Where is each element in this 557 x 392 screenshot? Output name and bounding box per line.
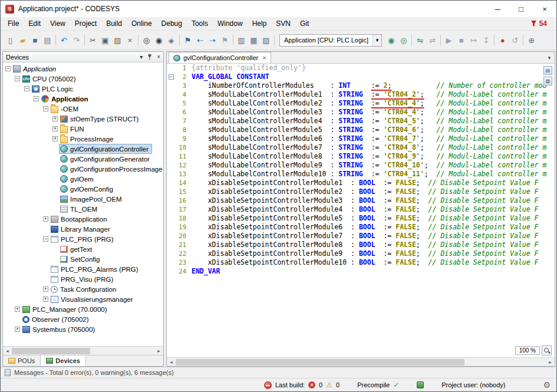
prev-bookmark-icon[interactable]: ⇠ — [194, 34, 206, 47]
expand-icon[interactable]: + — [52, 126, 58, 131]
fold-collapse-icon[interactable]: − — [167, 74, 175, 80]
cut-icon[interactable]: ✂ — [87, 34, 99, 47]
step-into-icon[interactable]: ↧ — [480, 34, 492, 47]
expand-icon[interactable]: + — [15, 307, 20, 312]
tree-item-fun[interactable]: +FUN — [3, 124, 163, 134]
code-line[interactable]: 11 sModulLabelControllerModule8 : STRING… — [167, 152, 555, 161]
tree-item-tl-oem[interactable]: TL_OEM — [3, 204, 163, 214]
tree-item-gvlconfigurationprocessimage[interactable]: gvlConfigurationProcessImage — [3, 164, 163, 174]
pin-icon[interactable] — [147, 54, 152, 60]
code-line[interactable]: 8 sModulLabelControllerModule5 : STRING … — [167, 126, 555, 134]
maximize-button[interactable]: □ — [509, 1, 533, 17]
collapse-icon[interactable]: − — [43, 106, 48, 111]
code-line[interactable]: −2VAR_GLOBAL CONSTANT — [167, 73, 555, 81]
cross-reference-icon[interactable]: ▦ — [248, 34, 260, 47]
scrollbar-thumb[interactable] — [176, 359, 464, 365]
expand-icon[interactable]: + — [43, 216, 48, 222]
code-line[interactable]: 24END_VAR — [167, 267, 555, 276]
scrollbar-thumb[interactable] — [12, 348, 90, 354]
tree-item-gvlconfigurationgenerator[interactable]: gvlConfigurationGenerator — [3, 154, 163, 164]
menu-window[interactable]: Window — [213, 18, 248, 29]
editor-tab-gvlconfigurationcontroller[interactable]: gvlConfigurationController × — [169, 52, 271, 63]
code-line[interactable]: 22 xDisableSetpointControllerModule9 : B… — [167, 249, 555, 258]
panel-menu-chevron-icon[interactable]: ▾ — [140, 54, 143, 60]
menu-debug[interactable]: Debug — [157, 18, 187, 29]
tree-item-plc-prg-alarms-prg[interactable]: PLC_PRG_Alarms (PRG) — [3, 264, 163, 274]
tree-item-gvloemconfig[interactable]: gvlOemConfig — [3, 184, 163, 194]
undo-icon[interactable]: ↶ — [58, 34, 70, 47]
tree-item-observer-705002[interactable]: Observer (705002) — [3, 314, 163, 324]
stop-icon[interactable]: ■ — [455, 34, 467, 47]
collapse-icon[interactable]: − — [24, 86, 29, 91]
tree-item-gettext[interactable]: getText — [3, 244, 163, 254]
logout-icon[interactable]: ⇌ — [426, 34, 439, 47]
code-line[interactable]: 23 xDisableSetpointControllerModule10 : … — [167, 258, 555, 267]
clear-bookmarks-icon[interactable]: ⚑ — [219, 34, 231, 47]
delete-icon[interactable]: × — [124, 34, 136, 47]
tabular-view-icon[interactable]: ▥ — [543, 77, 552, 85]
expand-icon[interactable]: + — [43, 286, 48, 292]
tree-item-task-configuration[interactable]: +Task Configuration — [3, 284, 163, 294]
code-line[interactable]: 3 iNumberOfControllerModules : INT := 2;… — [167, 81, 555, 90]
tree-item-library-manager[interactable]: Library Manager — [3, 224, 163, 234]
menu-view[interactable]: View — [45, 18, 70, 29]
compile-icon[interactable]: ◉ — [385, 34, 397, 47]
open-project-icon[interactable]: ▰ — [17, 34, 29, 47]
expand-icon[interactable]: + — [15, 327, 20, 332]
menu-svn[interactable]: SVN — [271, 18, 295, 29]
menu-edit[interactable]: Edit — [24, 18, 45, 29]
tree-item-gvlconfigurationcontroller[interactable]: gvlConfigurationController — [3, 144, 163, 154]
code-line[interactable]: 17 xDisableSetpointControllerModule4 : B… — [167, 205, 555, 214]
panel-tab-pous[interactable]: POUs — [3, 355, 41, 366]
menu-help[interactable]: Help — [248, 18, 272, 29]
editor-horizontal-scrollbar[interactable]: ◄ ► — [167, 357, 555, 366]
breakpoint-icon[interactable]: ● — [496, 34, 509, 47]
tree-item-cpu-705002[interactable]: −CPU (705002) — [3, 74, 163, 84]
menu-git[interactable]: Git — [295, 18, 314, 29]
redo-icon[interactable]: ↷ — [70, 34, 83, 47]
tree-item-application[interactable]: −Application — [3, 94, 163, 104]
code-line[interactable]: 13 sModulLabelControllerModule10 : STRIN… — [167, 170, 555, 179]
menu-tools[interactable]: Tools — [187, 18, 213, 29]
expand-icon[interactable]: + — [52, 116, 58, 121]
devices-horizontal-scrollbar[interactable]: ◄ ► — [3, 346, 163, 355]
code-line[interactable]: 12 sModulLabelControllerModule9 : STRING… — [167, 161, 555, 170]
generate-code-icon[interactable]: ◎ — [397, 34, 410, 47]
collapse-icon[interactable]: − — [5, 66, 11, 71]
messages-bar[interactable]: Messages - Total 0 error(s), 0 warning(s… — [1, 367, 556, 378]
zoom-button[interactable] — [542, 345, 552, 355]
menu-build[interactable]: Build — [101, 18, 127, 29]
code-line[interactable]: 14 xDisableSetpointControllerModule1 : B… — [167, 179, 555, 187]
replace-icon[interactable]: ◉ — [153, 34, 165, 47]
chevron-down-icon[interactable]: ▼ — [373, 35, 381, 46]
scroll-right-icon[interactable]: ► — [546, 358, 555, 366]
scrollbar-track[interactable] — [12, 347, 154, 355]
insert-icon[interactable]: ⊕ — [525, 34, 538, 47]
code-line[interactable]: 21 xDisableSetpointControllerModule8 : B… — [167, 241, 555, 249]
tree-item-prg-visu-prg[interactable]: PRG_Visu (PRG) — [3, 274, 163, 284]
collapse-icon[interactable]: − — [34, 96, 39, 101]
tree-item-plc-logic[interactable]: −PLC Logic — [3, 84, 163, 94]
tree-item-imagepool-oem[interactable]: ImagePool_OEM — [3, 194, 163, 204]
tree-item-application[interactable]: −Application — [3, 64, 163, 74]
code-line[interactable]: 19 xDisableSetpointControllerModule6 : B… — [167, 223, 555, 232]
copy-icon[interactable]: ▣ — [99, 34, 111, 47]
menu-online[interactable]: Online — [127, 18, 157, 29]
code-line[interactable]: 4 sModulLabelControllerModule1 : STRING … — [167, 90, 555, 99]
tree-item-visualisierungsmanager[interactable]: +Visualisierungsmanager — [3, 294, 163, 304]
code-line[interactable]: 18 xDisableSetpointControllerModule5 : B… — [167, 214, 555, 223]
step-over-icon[interactable]: ↦ — [467, 34, 480, 47]
declarations-view-icon[interactable]: ▥ — [235, 34, 248, 47]
save-icon[interactable]: ■ — [29, 34, 41, 47]
tree-item-systembus-705000[interactable]: +Systembus (705000) — [3, 324, 163, 334]
code-line[interactable]: 6 sModulLabelControllerModule3 : STRING … — [167, 108, 555, 117]
code-line[interactable]: 15 xDisableSetpointControllerModule2 : B… — [167, 187, 555, 196]
tree-item-gvloem[interactable]: gvlOem — [3, 174, 163, 184]
active-application-selector[interactable]: Application [CPU: PLC Logic] ▼ — [279, 34, 382, 47]
tree-item-stoemtype-struct[interactable]: +stOemType (STRUCT) — [3, 114, 163, 124]
print-icon[interactable]: ▤ — [41, 34, 54, 47]
menu-project[interactable]: Project — [70, 18, 101, 29]
expand-icon[interactable]: + — [43, 297, 48, 302]
tree-item-plc-prg-prg[interactable]: −PLC_PRG (PRG) — [3, 234, 163, 244]
close-panel-icon[interactable]: × — [157, 54, 160, 60]
